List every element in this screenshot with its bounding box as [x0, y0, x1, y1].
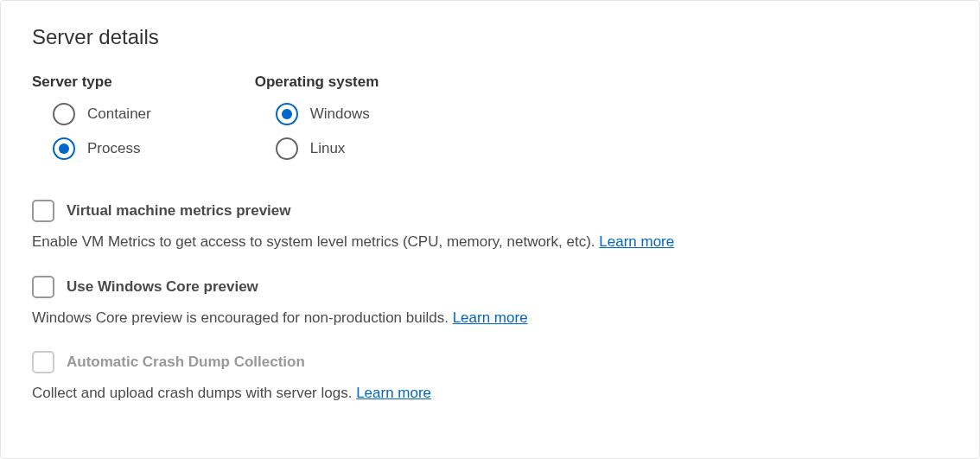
crash-dump-section: Automatic Crash Dump Collection Collect …	[32, 351, 948, 405]
radio-label: Linux	[310, 140, 346, 157]
crash-dump-description: Collect and upload crash dumps with serv…	[32, 382, 948, 405]
radio-dot-icon	[282, 109, 292, 119]
operating-system-group: Operating system Windows Linux	[255, 73, 379, 172]
vm-metrics-label: Virtual machine metrics preview	[67, 202, 291, 220]
windows-core-description: Windows Core preview is encouraged for n…	[32, 307, 948, 329]
radio-option-linux[interactable]: Linux	[255, 137, 379, 160]
server-type-group: Server type Container Process	[32, 73, 151, 172]
radio-dot-icon	[59, 143, 69, 154]
radio-label: Process	[87, 140, 140, 157]
windows-core-checkbox[interactable]	[32, 276, 54, 298]
crash-dump-label: Automatic Crash Dump Collection	[67, 354, 305, 371]
checkbox-row: Virtual machine metrics preview	[32, 200, 948, 222]
server-details-panel: Server details Server type Container Pro…	[0, 0, 980, 459]
radio-label: Windows	[310, 105, 370, 123]
crash-dump-checkbox	[32, 351, 54, 373]
vm-metrics-description: Enable VM Metrics to get access to syste…	[32, 231, 948, 253]
windows-core-section: Use Windows Core preview Windows Core pr…	[32, 276, 948, 329]
radio-option-windows[interactable]: Windows	[255, 103, 379, 125]
operating-system-label: Operating system	[255, 73, 379, 91]
radio-groups-container: Server type Container Process Operating …	[32, 73, 948, 172]
checkbox-row: Use Windows Core preview	[32, 276, 948, 298]
vm-metrics-checkbox[interactable]	[32, 200, 54, 222]
radio-option-process[interactable]: Process	[32, 137, 151, 160]
vm-metrics-section: Virtual machine metrics preview Enable V…	[32, 200, 948, 253]
section-title: Server details	[32, 25, 948, 49]
radio-circle-icon	[276, 137, 298, 160]
description-text: Collect and upload crash dumps with serv…	[32, 385, 356, 401]
radio-option-container[interactable]: Container	[32, 103, 151, 125]
radio-circle-selected-icon	[276, 103, 298, 125]
windows-core-label: Use Windows Core preview	[67, 278, 258, 296]
radio-circle-selected-icon	[53, 137, 75, 160]
crash-dump-learn-more-link[interactable]: Learn more	[356, 385, 431, 401]
radio-label: Container	[87, 105, 151, 123]
radio-circle-icon	[53, 103, 75, 125]
vm-metrics-learn-more-link[interactable]: Learn more	[599, 233, 674, 250]
checkbox-row: Automatic Crash Dump Collection	[32, 351, 948, 373]
server-type-label: Server type	[32, 73, 151, 91]
description-text: Windows Core preview is encouraged for n…	[32, 309, 453, 326]
windows-core-learn-more-link[interactable]: Learn more	[453, 309, 528, 326]
description-text: Enable VM Metrics to get access to syste…	[32, 233, 599, 250]
